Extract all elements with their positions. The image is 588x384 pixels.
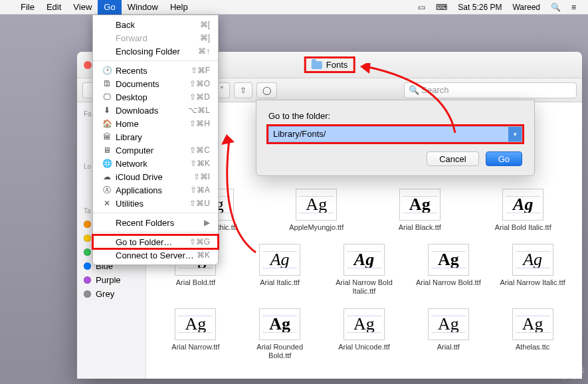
font-preview-icon: Ag xyxy=(502,189,543,221)
tag-dot-icon xyxy=(84,235,91,242)
cancel-button[interactable]: Cancel xyxy=(427,151,478,166)
folder-path-input[interactable]: Library/Fonts/ ▾ xyxy=(268,126,522,142)
font-preview-icon: Ag xyxy=(259,244,300,276)
keyboard-icon[interactable]: ⌨ xyxy=(431,3,452,12)
computer-icon: 🖥 xyxy=(101,145,113,155)
notification-icon[interactable]: ≡ xyxy=(566,3,581,12)
menu-item-goto-folder[interactable]: Go to Folder…⇧⌘G xyxy=(93,235,218,248)
system-menubar: File Edit View Go Window Help ▭ ⌨ Sat 5:… xyxy=(0,0,588,15)
menu-item-utilities[interactable]: ✕Utilities⇧⌘U xyxy=(93,197,218,210)
home-icon: 🏠 xyxy=(101,119,113,128)
font-file[interactable]: AgAppleMyungjo.ttf xyxy=(268,189,366,232)
menu-item-computer[interactable]: 🖥Computer⇧⌘C xyxy=(93,144,218,157)
close-button[interactable] xyxy=(84,61,92,69)
menu-help[interactable]: Help xyxy=(164,0,194,15)
menu-item-applications[interactable]: ⒶApplications⇧⌘A xyxy=(93,183,218,197)
cloud-icon: ☁ xyxy=(101,172,113,181)
font-file[interactable]: AgArial Narrow.ttf xyxy=(156,308,235,360)
menu-item-icloud[interactable]: ☁iCloud Drive⇧⌘I xyxy=(93,170,218,183)
window-title-text: Fonts xyxy=(326,60,348,70)
font-file[interactable]: AgArial Bold Italic.ttf xyxy=(474,189,573,232)
tag-label: Grey xyxy=(96,289,114,299)
font-preview-icon: Ag xyxy=(343,244,385,276)
font-file[interactable]: AgArial Narrow Bold.ttf xyxy=(409,244,488,296)
font-file[interactable]: AgArial Black.ttf xyxy=(371,189,469,232)
airplay-icon[interactable]: ▭ xyxy=(413,3,431,12)
font-file[interactable]: AgArial.ttf xyxy=(409,308,488,360)
font-preview-icon: Ag xyxy=(512,308,553,340)
file-name: Arial Bold Italic.ttf xyxy=(495,223,551,232)
tags-button[interactable]: ◯ xyxy=(256,82,277,98)
file-name: Arial Rounded Bold.ttf xyxy=(246,343,313,360)
font-preview-icon: Ag xyxy=(428,244,469,276)
folder-path-value[interactable]: Library/Fonts/ xyxy=(269,127,508,142)
font-file[interactable]: AgArial Narrow Bold Italic.ttf xyxy=(325,244,404,296)
font-preview-icon: Ag xyxy=(259,308,300,340)
tag-dot-icon xyxy=(84,248,91,256)
font-file[interactable]: AgArial Unicode.ttf xyxy=(325,308,404,360)
user-menu[interactable]: Wareed xyxy=(507,3,545,12)
utilities-icon: ✕ xyxy=(101,199,113,208)
tag-dot-icon xyxy=(84,262,91,270)
menu-item-desktop[interactable]: 🖵Desktop⇧⌘D xyxy=(93,90,218,104)
tag-dot-icon xyxy=(84,290,91,298)
menu-item-back[interactable]: Back⌘[ xyxy=(93,18,218,31)
dropdown-icon[interactable]: ▾ xyxy=(508,127,522,142)
font-file[interactable]: AgArial Narrow Italic.ttf xyxy=(493,244,572,296)
font-file[interactable]: AgArial Rounded Bold.ttf xyxy=(241,308,320,360)
clock[interactable]: Sat 5:26 PM xyxy=(452,3,507,12)
network-icon: 🌐 xyxy=(101,159,113,168)
file-name: Arial Bold.ttf xyxy=(176,278,215,287)
menu-item-downloads[interactable]: ⬇Downloads⌥⌘L xyxy=(93,104,218,117)
file-name: Arial Narrow Italic.ttf xyxy=(500,278,565,287)
menu-item-recent-folders[interactable]: Recent Folders▶ xyxy=(93,216,218,229)
watermark: APPUALS FROM THE EX xyxy=(522,367,584,380)
menu-item-documents[interactable]: 🖺Documents⇧⌘O xyxy=(93,77,218,90)
menu-window[interactable]: Window xyxy=(122,0,164,15)
menu-item-enclosing[interactable]: Enclosing Folder⌘↑ xyxy=(93,45,218,58)
file-name: Arial Italic.ttf xyxy=(260,278,300,287)
go-button[interactable]: Go xyxy=(486,151,522,166)
sidebar-tag[interactable]: Purple xyxy=(77,273,146,287)
sidebar-tag[interactable]: Grey xyxy=(77,287,146,301)
document-icon: 🖺 xyxy=(101,79,113,88)
applications-icon: Ⓐ xyxy=(101,185,113,196)
tag-dot-icon xyxy=(84,276,91,284)
font-file[interactable]: AgArial Italic.ttf xyxy=(241,244,320,296)
menu-file[interactable]: File xyxy=(15,0,41,15)
menu-item-forward: Forward⌘] xyxy=(93,31,218,45)
file-name: Arial Narrow Bold Italic.ttf xyxy=(331,278,397,296)
font-preview-icon: Ag xyxy=(512,244,553,276)
menu-go[interactable]: Go xyxy=(98,0,121,15)
share-button[interactable]: ⇧ xyxy=(234,82,252,98)
menu-item-home[interactable]: 🏠Home⇧⌘H xyxy=(93,117,218,130)
file-name: Arial Unicode.ttf xyxy=(338,343,390,351)
menu-item-library[interactable]: 🏛Library xyxy=(93,130,218,144)
menu-view[interactable]: View xyxy=(67,0,98,15)
font-preview-icon: Ag xyxy=(175,308,216,340)
search-input[interactable]: 🔍 Search xyxy=(404,82,577,98)
desktop-icon: 🖵 xyxy=(101,92,113,102)
font-preview-icon: Ag xyxy=(399,189,441,221)
menu-item-network[interactable]: 🌐Network⇧⌘K xyxy=(93,157,218,170)
finder-title: Fonts xyxy=(306,58,353,71)
download-icon: ⬇ xyxy=(101,106,113,115)
library-icon: 🏛 xyxy=(101,132,113,142)
font-preview-icon: Ag xyxy=(296,189,337,221)
folder-icon xyxy=(312,61,322,69)
file-name: Athelas.ttc xyxy=(516,343,549,351)
file-name: Arial.ttf xyxy=(437,343,460,351)
menu-item-recents[interactable]: 🕑Recents⇧⌘F xyxy=(93,64,218,77)
search-icon[interactable]: 🔍 xyxy=(545,3,566,12)
font-preview-icon: Ag xyxy=(428,308,469,340)
file-name: Arial Black.ttf xyxy=(399,223,441,232)
go-dropdown-menu: Back⌘[ Forward⌘] Enclosing Folder⌘↑ 🕑Rec… xyxy=(92,15,219,265)
menu-edit[interactable]: Edit xyxy=(41,0,67,15)
dialog-label: Go to the folder: xyxy=(268,111,522,121)
search-icon: 🔍 xyxy=(409,85,419,95)
file-name: AppleMyungjo.ttf xyxy=(289,223,343,232)
clock-icon: 🕑 xyxy=(101,66,113,75)
menu-item-connect-server[interactable]: Connect to Server…⌘K xyxy=(93,248,218,262)
font-file[interactable]: AgAthelas.ttc xyxy=(493,308,572,360)
file-name: Arial Narrow.ttf xyxy=(171,343,219,351)
